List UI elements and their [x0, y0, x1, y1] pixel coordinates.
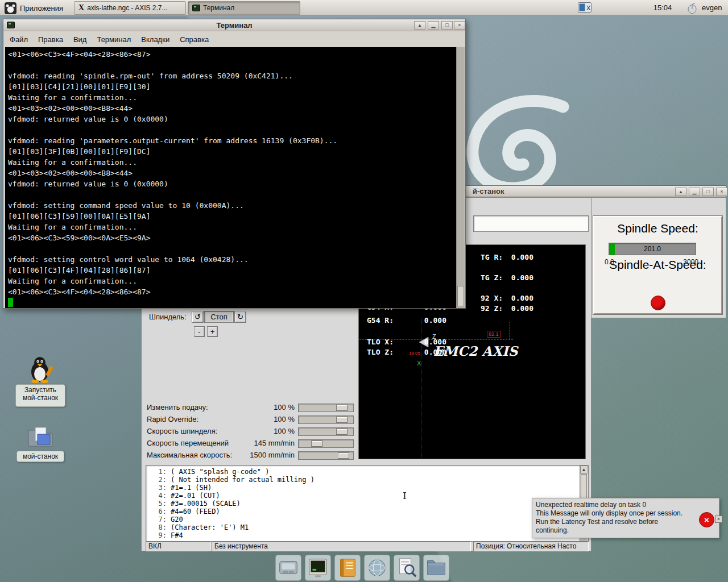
dro-row: TG Z:: [481, 273, 503, 282]
machine-folder-icon[interactable]: [27, 425, 54, 448]
gcode-line[interactable]: 6:#4=60 (FEED): [147, 508, 315, 516]
slider-thumb[interactable]: [336, 429, 348, 435]
preview-extent-width-label: 82.1: [487, 331, 500, 338]
terminal-launcher[interactable]: [305, 555, 331, 581]
spindle-speed-title: Spindle Speed:: [594, 222, 721, 235]
applications-menu-label: Приложения: [20, 4, 63, 13]
spindle-ccw-button[interactable]: ↺: [192, 311, 204, 323]
svg-text:X: X: [586, 5, 591, 11]
gcode-line[interactable]: 3:#1=.1 (SH): [147, 484, 315, 492]
slider-thumb[interactable]: [336, 405, 348, 411]
keyboard-layout-tray-icon[interactable]: X: [578, 2, 592, 14]
terminal-line: vfdmod: reading 'spindle.rpm-out' from a…: [8, 70, 456, 81]
feed-override-value: 100 %: [228, 402, 295, 413]
spindle-speed-bar-value: 201.0: [609, 243, 696, 255]
slider-thumb[interactable]: [338, 452, 349, 459]
terminal-line: [8, 243, 456, 254]
minus-icon: -: [198, 327, 200, 336]
spindle-stop-label: Стоп: [210, 313, 227, 321]
terminal-minimize-button[interactable]: ▁: [428, 21, 439, 30]
menu-view[interactable]: Вид: [68, 35, 92, 44]
applications-menu-button[interactable]: Приложения: [2, 1, 65, 15]
max-velocity-label: Максимальная скорость:: [147, 450, 232, 460]
terminal-line: [01][03][3F][0B][00][01][F9][DC]: [8, 146, 456, 157]
terminal-line: [01][03][C4][21][00][01][E9][30]: [8, 81, 456, 92]
launch-machine-label[interactable]: Запустить мой-станок: [15, 384, 65, 407]
terminal-line: Waiting for a confirmation...: [8, 276, 456, 286]
axis-close-button[interactable]: ×: [716, 188, 727, 196]
desktop: Запустить мой-станок мой-станок: [0, 0, 728, 582]
error-dismiss-button[interactable]: ×: [699, 512, 714, 527]
jog-speed-value: 145 mm/min: [228, 438, 295, 448]
x11-logo-icon: X: [78, 3, 84, 13]
axis-maximize-button[interactable]: □: [702, 188, 714, 196]
max-velocity-slider[interactable]: [298, 451, 354, 460]
spindle-stop-button[interactable]: Стоп: [204, 311, 234, 323]
file-manager-launcher[interactable]: [423, 555, 449, 581]
file-search-launcher[interactable]: [394, 555, 420, 581]
menu-tabs[interactable]: Вкладки: [136, 35, 175, 44]
taskbar-button-terminal[interactable]: Терминал: [188, 1, 300, 15]
terminal-titlebar[interactable]: Терминал ▴ ▁ □ ×: [3, 19, 465, 31]
taskbar-button-terminal-label: Терминал: [203, 4, 234, 12]
rapid-override-value: 100 %: [228, 414, 295, 425]
web-browser-launcher[interactable]: [364, 555, 390, 581]
mouse-tray-icon[interactable]: [686, 3, 698, 14]
menu-help[interactable]: Справка: [175, 35, 214, 44]
spindle-override-slider[interactable]: [298, 427, 354, 436]
spindle-slower-button[interactable]: -: [194, 326, 205, 337]
terminal-maximize-button[interactable]: □: [441, 21, 453, 30]
address-book-icon: [336, 556, 359, 580]
error-close-box[interactable]: ×: [715, 516, 722, 523]
terminal-line: <01><03><02><00><00><B8><44>: [8, 103, 456, 114]
address-book-launcher[interactable]: [334, 555, 361, 581]
machine-folder-label[interactable]: мой-станок: [16, 451, 64, 462]
axis-shade-button[interactable]: ▴: [675, 188, 686, 196]
spindle-override-value: 100 %: [228, 426, 295, 436]
terminal-close-button[interactable]: ×: [454, 21, 465, 30]
gcode-line[interactable]: 2:( Not intended for actual milling ): [147, 476, 315, 484]
jog-speed-label: Скорость перемещений: [147, 438, 229, 448]
feed-override-slider[interactable]: [298, 404, 354, 412]
gcode-line[interactable]: 7:G20: [147, 516, 315, 523]
close-icon: ×: [717, 516, 720, 522]
spindle-cw-button[interactable]: ↻: [234, 311, 246, 323]
terminal-line: vfdmod: reading 'parameters.output-curre…: [8, 135, 456, 146]
debian-swirl-logo: [455, 90, 574, 198]
scroll-up-arrow-icon[interactable]: ▲: [580, 465, 588, 473]
rapid-override-slider[interactable]: [298, 415, 354, 424]
dro-value: 0.000: [502, 253, 533, 261]
gcode-line[interactable]: 8:(Character: 'E') M1: [147, 523, 315, 531]
menu-terminal[interactable]: Терминал: [92, 35, 136, 44]
slider-thumb[interactable]: [311, 440, 322, 447]
terminal-line: <01><03><02><00><00><B8><44>: [8, 168, 456, 178]
launch-machine-icon[interactable]: [27, 355, 53, 383]
magnifier-document-icon: [395, 556, 419, 580]
spindle-faster-button[interactable]: +: [207, 326, 218, 337]
dro-row: 92 X:: [481, 294, 503, 302]
menu-edit[interactable]: Правка: [33, 35, 68, 44]
terminal-line: [01][06][C3][59][00][0A][E5][9A]: [8, 211, 456, 222]
clock[interactable]: 15:04: [650, 0, 676, 16]
dro-value: 0.000: [502, 294, 533, 302]
terminal-shade-button[interactable]: ▴: [414, 21, 425, 30]
jog-speed-slider[interactable]: [298, 439, 354, 448]
gcode-line[interactable]: 4:#2=.01 (CUT): [147, 492, 315, 500]
dro-value: 0.000: [502, 273, 533, 282]
menu-file[interactable]: Файл: [5, 35, 33, 44]
show-desktop-button[interactable]: [275, 555, 301, 581]
error-line: Run the Latency Test and resolve before: [536, 518, 715, 526]
terminal-scroll-thumb[interactable]: [457, 286, 464, 306]
gcode-listing[interactable]: 1:( AXIS "splash g-code" ) 2:( Not inten…: [146, 465, 589, 542]
slider-thumb[interactable]: [336, 417, 348, 423]
axis-minimize-button[interactable]: ▁: [689, 188, 700, 196]
terminal-scrollbar[interactable]: [456, 47, 465, 308]
gcode-line[interactable]: 1:( AXIS "splash g-code" ): [147, 468, 315, 476]
taskbar-button-axis[interactable]: X axis-lathe.ngc - AXIS 2.7...: [74, 1, 186, 15]
dro-row: TG R:: [481, 253, 503, 261]
gcode-line[interactable]: 9:F#4: [147, 531, 315, 539]
terminal-window: Терминал ▴ ▁ □ × Файл Правка Вид Термина…: [3, 19, 466, 309]
folder-icon: [424, 556, 448, 580]
gcode-line[interactable]: 5:#3=.00015 (SCALE): [147, 500, 315, 508]
terminal-output[interactable]: <01><06><C3><4F><04><28><86><87> vfdmod:…: [5, 47, 456, 308]
